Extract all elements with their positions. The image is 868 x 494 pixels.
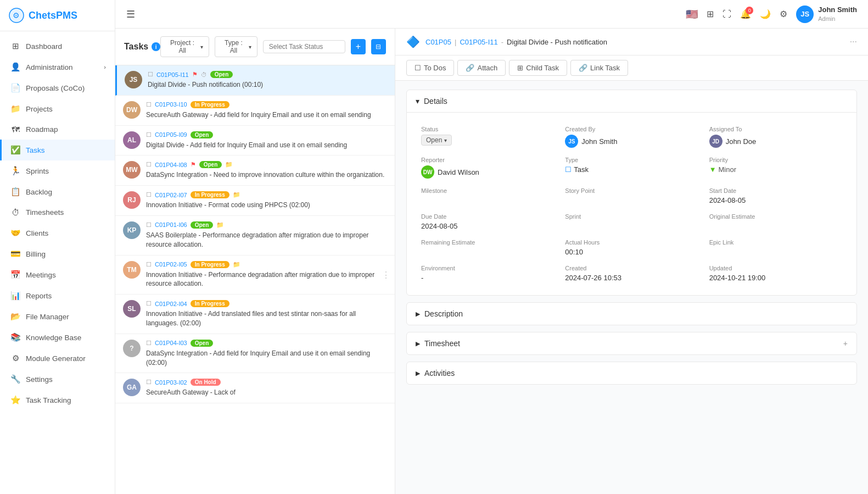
tab-child-task[interactable]: ⊞ Child Task bbox=[509, 60, 567, 76]
sidebar-item-timesheets[interactable]: ⏱ Timesheets bbox=[0, 202, 115, 223]
description-header[interactable]: ▶ Description bbox=[407, 303, 856, 325]
chevron-right-icon: ▶ bbox=[416, 310, 420, 318]
sidebar-item-roadmap[interactable]: 🗺 Roadmap bbox=[0, 119, 115, 140]
tasks-icon: ✅ bbox=[10, 145, 20, 155]
task-item[interactable]: KP ☐ C01P01-I06 Open 📁 SAAS Boilerplate … bbox=[115, 216, 395, 256]
theme-icon[interactable]: 🌙 bbox=[760, 9, 771, 19]
task-item[interactable]: DW ☐ C01P03-I10 In Progress SecureAuth G… bbox=[115, 96, 395, 126]
sidebar-item-label: Dashboard bbox=[26, 42, 62, 51]
field-priority: Priority ▼ Minor bbox=[704, 152, 848, 183]
tab-link-task[interactable]: 🔗 Link Task bbox=[570, 60, 628, 76]
task-item[interactable]: RJ ☐ C01P02-I07 In Progress 📁 Innovation… bbox=[115, 186, 395, 216]
sidebar-item-module-generator[interactable]: ⚙ Module Generator bbox=[0, 348, 115, 369]
task-item[interactable]: MW ☐ C01P04-I08 ⚑ Open 📁 DataSync Integr… bbox=[115, 156, 395, 186]
breadcrumb-task-title: Digital Divide - Push notification bbox=[507, 38, 607, 46]
task-icon: ☐ bbox=[148, 71, 153, 78]
field-epic-link: Epic Link bbox=[704, 235, 848, 260]
avatar: TM bbox=[123, 261, 141, 279]
app-logo[interactable]: ⚙ ChetsPMS bbox=[0, 0, 115, 31]
notification-icon[interactable]: 🔔 0 bbox=[740, 9, 751, 19]
status-badge: On Hold bbox=[191, 379, 221, 386]
task-id: C01P04-I08 bbox=[155, 162, 187, 168]
activities-header[interactable]: ▶ Activities bbox=[407, 362, 856, 384]
roadmap-icon: 🗺 bbox=[10, 125, 20, 134]
field-story-point: Story Point bbox=[559, 183, 703, 209]
priority-icon: ▼ bbox=[709, 165, 716, 174]
reporter-chip: DW David Wilson bbox=[421, 165, 479, 179]
sidebar-item-reports[interactable]: 📊 Reports bbox=[0, 285, 115, 306]
sidebar-item-sprints[interactable]: 🏃 Sprints bbox=[0, 160, 115, 181]
avatar: SL bbox=[123, 300, 141, 318]
more-options-icon[interactable]: ··· bbox=[850, 37, 857, 47]
sidebar-item-billing[interactable]: 💳 Billing bbox=[0, 243, 115, 264]
menu-toggle[interactable]: ☰ bbox=[126, 8, 135, 20]
task-icon: ☐ bbox=[146, 161, 152, 168]
add-task-button[interactable]: + bbox=[351, 39, 366, 54]
type-filter[interactable]: Type : All ▾ bbox=[215, 36, 257, 57]
sidebar-item-backlog[interactable]: 📋 Backlog bbox=[0, 181, 115, 202]
task-title: Innovation Initiative - Performance degr… bbox=[146, 270, 387, 289]
sidebar-item-meetings[interactable]: 📅 Meetings bbox=[0, 264, 115, 285]
sidebar-item-label: Meetings bbox=[26, 271, 56, 279]
sidebar-item-knowledge-base[interactable]: 📚 Knowledge Base bbox=[0, 327, 115, 348]
status-badge: In Progress bbox=[191, 261, 229, 268]
timesheet-header[interactable]: ▶ Timesheet + bbox=[407, 332, 856, 354]
sidebar-item-file-manager[interactable]: 📂 File Manager bbox=[0, 306, 115, 327]
grid-icon[interactable]: ⊞ bbox=[707, 9, 714, 19]
attachment-icon: 📁 bbox=[233, 261, 240, 268]
task-item[interactable]: AL ☐ C01P05-I09 Open Digital Divide - Ad… bbox=[115, 126, 395, 156]
field-environment: Environment - bbox=[416, 260, 559, 286]
status-badge[interactable]: Open ▾ bbox=[421, 135, 452, 146]
task-icon: ☐ bbox=[146, 261, 152, 268]
user-menu[interactable]: JS John Smith Admin bbox=[796, 5, 857, 23]
task-item[interactable]: GA ☐ C01P03-I02 On Hold SecureAuth Gatew… bbox=[115, 373, 395, 403]
task-icon: ☐ bbox=[146, 300, 152, 307]
info-icon[interactable]: i bbox=[152, 42, 160, 51]
field-type: Type ☐ Task bbox=[559, 152, 703, 183]
backlog-icon: 📋 bbox=[10, 187, 20, 197]
chevron-down-icon: ▾ bbox=[200, 44, 203, 50]
language-flag[interactable]: 🇺🇸 bbox=[686, 8, 698, 20]
sidebar-item-administration[interactable]: 👤 Administration › bbox=[0, 57, 115, 77]
sprints-icon: 🏃 bbox=[10, 166, 20, 176]
details-section-header[interactable]: ▾ Details bbox=[407, 90, 856, 113]
sidebar-item-projects[interactable]: 📁 Projects bbox=[0, 98, 115, 119]
sidebar-item-label: Tasks bbox=[26, 146, 45, 154]
status-badge: Open bbox=[199, 161, 222, 168]
sidebar-item-settings[interactable]: 🔧 Settings bbox=[0, 369, 115, 390]
add-timesheet-icon[interactable]: + bbox=[843, 339, 848, 348]
sidebar-item-label: Backlog bbox=[26, 188, 52, 196]
more-options-icon[interactable]: ⋮ bbox=[382, 269, 390, 280]
task-item[interactable]: ? ☐ C01P04-I03 Open DataSync Integration… bbox=[115, 334, 395, 374]
breadcrumb-project[interactable]: C01P05 bbox=[425, 38, 451, 46]
task-id: C01P04-I03 bbox=[155, 340, 187, 346]
sidebar-item-dashboard[interactable]: ⊞ Dashboard bbox=[0, 36, 115, 57]
grid-view-button[interactable]: ⊟ bbox=[371, 39, 386, 54]
task-item[interactable]: JS ☐ C01P05-I11 ⚑ ⏱ Open Digital Divide … bbox=[115, 65, 395, 96]
task-list-title: Tasks i bbox=[124, 42, 160, 52]
sidebar-item-tasks[interactable]: ✅ Tasks bbox=[0, 140, 115, 160]
status-filter[interactable] bbox=[263, 40, 345, 53]
sidebar-item-label: Timesheets bbox=[26, 208, 64, 217]
settings-icon[interactable]: ⚙ bbox=[780, 9, 787, 19]
chevron-right-icon: › bbox=[104, 64, 106, 70]
sidebar-item-label: Reports bbox=[26, 292, 52, 300]
sidebar: ⚙ ChetsPMS ⊞ Dashboard 👤 Administration … bbox=[0, 0, 115, 494]
tab-todos[interactable]: ☐ To Dos bbox=[406, 60, 454, 76]
task-item[interactable]: SL ☐ C01P02-I04 In Progress Innovation I… bbox=[115, 295, 395, 334]
field-actual-hours: Actual Hours 00:10 bbox=[559, 235, 703, 260]
task-item[interactable]: TM ☐ C01P02-I05 In Progress 📁 Innovation… bbox=[115, 256, 395, 295]
sidebar-item-label: Administration bbox=[26, 63, 73, 71]
timesheet-section: ▶ Timesheet + bbox=[406, 332, 857, 355]
sidebar-item-label: Sprints bbox=[26, 167, 49, 175]
flag-icon: ⚑ bbox=[191, 161, 196, 168]
expand-icon[interactable]: ⛶ bbox=[723, 9, 731, 19]
created-by-chip: JS John Smith bbox=[565, 135, 617, 148]
breadcrumb-task-id[interactable]: C01P05-I11 bbox=[460, 38, 497, 46]
project-filter[interactable]: Project : All ▾ bbox=[160, 36, 209, 57]
tab-attach[interactable]: 🔗 Attach bbox=[457, 60, 506, 76]
timesheets-icon: ⏱ bbox=[10, 208, 20, 217]
sidebar-item-clients[interactable]: 🤝 Clients bbox=[0, 223, 115, 243]
sidebar-item-task-tracking[interactable]: ⭐ Task Tracking bbox=[0, 390, 115, 410]
sidebar-item-proposals[interactable]: 📄 Proposals (CoCo) bbox=[0, 77, 115, 98]
